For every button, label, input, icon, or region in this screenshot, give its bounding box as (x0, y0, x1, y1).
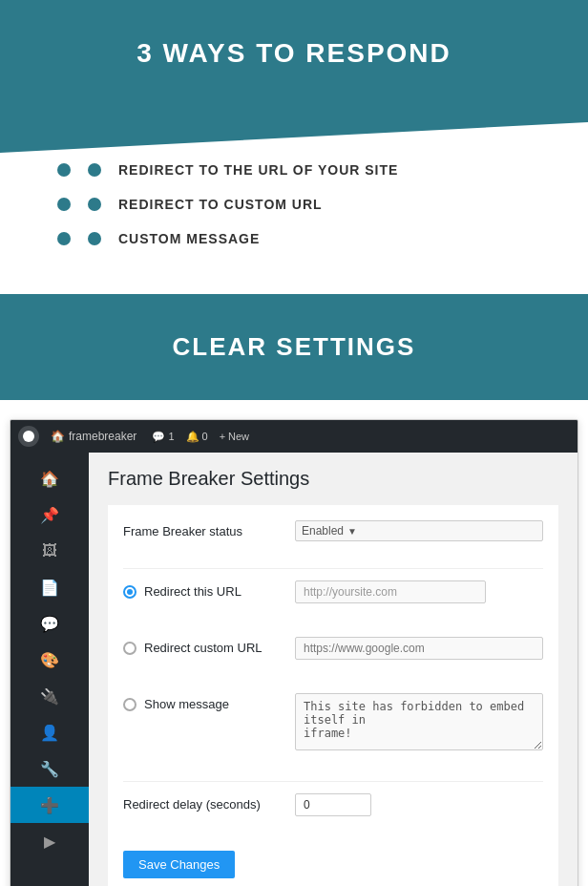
radio-custom-url-btn[interactable] (123, 642, 136, 655)
form-divider-2 (123, 781, 543, 782)
show-message-row: Show message This site has forbidden to … (123, 693, 543, 766)
comments-count: 💬 1 (152, 431, 174, 443)
redirect-url-input[interactable] (295, 580, 486, 603)
page-title: Frame Breaker Settings (108, 468, 558, 490)
sidebar-item-dashboard[interactable]: 🏠 (10, 460, 89, 496)
sidebar-item-media[interactable]: 🖼 (10, 533, 89, 569)
settings-form: Frame Breaker status Enabled ▼ (108, 505, 558, 886)
comment-icon: 💬 (152, 431, 165, 443)
feature-list: REDIRECT TO THE URL OF YOUR SITE REDIREC… (57, 162, 550, 246)
sidebar-item-active[interactable]: ➕ (10, 787, 89, 823)
radio-show-message-btn[interactable] (123, 698, 136, 711)
sidebar-item-tools[interactable]: 🔧 (10, 750, 89, 787)
show-message-text: Show message (144, 697, 229, 711)
redirect-custom-label: Redirect custom URL (123, 637, 295, 666)
hero-title: 3 WAYS TO RESPOND (19, 38, 569, 69)
sidebar-item-pages[interactable]: 📄 (10, 569, 89, 605)
bar-items: 💬 1 🔔 0 + New (152, 431, 249, 443)
wp-logo-icon (18, 426, 39, 447)
status-label: Frame Breaker status (123, 520, 295, 538)
status-row: Frame Breaker status Enabled ▼ (123, 520, 543, 553)
bullet-icon (88, 232, 101, 245)
redirect-custom-url-input[interactable] (295, 637, 543, 660)
site-name: 🏠 framebreaker (51, 430, 136, 443)
redirect-delay-input[interactable] (295, 793, 371, 816)
radio-redirect-url: Redirect this URL (123, 584, 295, 599)
radio-show-message: Show message (123, 697, 295, 711)
wp-screenshot: 🏠 framebreaker 💬 1 🔔 0 + New (0, 400, 588, 886)
status-select[interactable]: Enabled ▼ (295, 520, 543, 541)
wp-main: 🏠 📌 🖼 📄 💬 🎨 🔌 👤 🔧 ➕ ▶ Frame Breaker Sett… (10, 453, 578, 886)
redirect-url-row: Redirect this URL (123, 580, 543, 622)
redirect-custom-url-text: Redirect custom URL (144, 641, 262, 655)
save-button[interactable]: Save Changes (123, 851, 235, 878)
list-section: REDIRECT TO THE URL OF YOUR SITE REDIREC… (0, 134, 588, 294)
list-item: CUSTOM MESSAGE (57, 231, 550, 246)
wp-content-area: Frame Breaker Settings Frame Breaker sta… (89, 453, 578, 886)
redirect-delay-row: Redirect delay (seconds) (123, 793, 543, 828)
radio-custom-url: Redirect custom URL (123, 641, 295, 655)
form-divider (123, 568, 543, 569)
sidebar-item-appearance[interactable]: 🎨 (10, 642, 89, 678)
radio-redirect-url-btn[interactable] (123, 585, 136, 599)
list-item: REDIRECT TO CUSTOM URL (57, 197, 550, 212)
status-control: Enabled ▼ (295, 520, 543, 541)
update-icon: 🔔 (186, 431, 200, 443)
sidebar-item-users[interactable]: 👤 (10, 714, 89, 750)
redirect-this-url-text: Redirect this URL (144, 584, 242, 599)
wp-window: 🏠 framebreaker 💬 1 🔔 0 + New (10, 419, 578, 886)
redirect-custom-row: Redirect custom URL (123, 637, 543, 678)
updates-count: 🔔 0 (186, 431, 208, 443)
bullet-icon (88, 163, 101, 177)
redirect-custom-input-wrap (295, 637, 543, 660)
show-message-label: Show message (123, 693, 295, 723)
sidebar-item-comments[interactable]: 💬 (10, 605, 89, 642)
plus-icon: + (220, 431, 225, 442)
redirect-delay-label: Redirect delay (seconds) (123, 793, 295, 812)
redirect-delay-input-wrap (295, 793, 543, 816)
wp-sidebar: 🏠 📌 🖼 📄 💬 🎨 🔌 👤 🔧 ➕ ▶ (10, 453, 89, 886)
clear-section-title: CLEAR SETTINGS (19, 332, 569, 362)
clear-section: CLEAR SETTINGS (0, 294, 588, 400)
sidebar-item-extra[interactable]: ▶ (10, 823, 89, 859)
new-button[interactable]: + New (220, 431, 249, 442)
wp-admin-bar: 🏠 framebreaker 💬 1 🔔 0 + New (10, 420, 578, 453)
sidebar-item-plugins[interactable]: 🔌 (10, 678, 89, 714)
bullet-icon (88, 198, 101, 211)
house-icon: 🏠 (51, 430, 65, 443)
redirect-url-input-wrap (295, 580, 543, 603)
show-message-input-wrap: This site has forbidden to embed itself … (295, 693, 543, 754)
redirect-url-label: Redirect this URL (123, 580, 295, 610)
chevron-down-icon: ▼ (347, 526, 357, 537)
sidebar-item-posts[interactable]: 📌 (10, 496, 89, 533)
show-message-textarea[interactable]: This site has forbidden to embed itself … (295, 693, 543, 750)
hero-section: 3 WAYS TO RESPOND (0, 0, 588, 153)
list-item: REDIRECT TO THE URL OF YOUR SITE (57, 162, 550, 178)
